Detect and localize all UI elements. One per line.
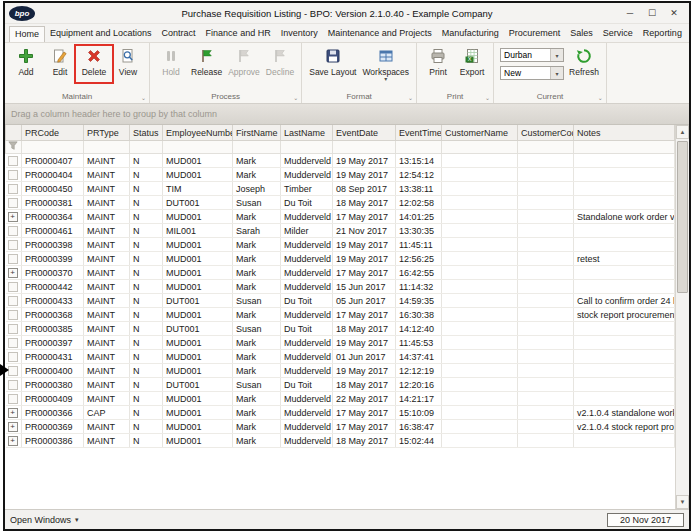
tab-reporting[interactable]: Reporting — [638, 26, 687, 42]
expand-icon[interactable] — [8, 212, 18, 222]
cell-customer-code[interactable] — [518, 294, 574, 308]
expand-icon[interactable] — [8, 254, 18, 264]
cell-prcode[interactable]: PR0000364 — [22, 210, 84, 224]
cell-prtype[interactable]: MAINT — [84, 210, 130, 224]
cell-prcode[interactable]: PR0000442 — [22, 280, 84, 294]
column-header-eventdate[interactable]: EventDate — [333, 125, 396, 141]
cell-notes[interactable] — [574, 364, 675, 378]
row-indicator-cell[interactable] — [6, 336, 22, 350]
cell-notes[interactable] — [574, 224, 675, 238]
cell-customer-name[interactable] — [442, 322, 518, 336]
cell-event-date[interactable]: 17 May 2017 — [333, 420, 396, 434]
cell-customer-code[interactable] — [518, 238, 574, 252]
cell-status[interactable]: N — [130, 168, 163, 182]
cell-status[interactable]: N — [130, 350, 163, 364]
table-row[interactable]: PR0000442 MAINT N MUD001 Mark Mudderveld… — [6, 280, 675, 294]
cell-last-name[interactable]: Mudderveld — [281, 154, 333, 168]
cell-prcode[interactable]: PR0000368 — [22, 308, 84, 322]
cell-first-name[interactable]: Susan — [233, 378, 281, 392]
cell-notes[interactable]: Standalone work order v2.1.0.4 — [574, 210, 675, 224]
table-row[interactable]: PR0000398 MAINT N MUD001 Mark Mudderveld… — [6, 238, 675, 252]
cell-prtype[interactable]: MAINT — [84, 182, 130, 196]
cell-notes[interactable]: v2.1.0.4 standalone work order — [574, 406, 675, 420]
cell-prcode[interactable]: PR0000399 — [22, 252, 84, 266]
cell-event-time[interactable]: 14:12:40 — [396, 322, 442, 336]
cell-event-date[interactable]: 19 May 2017 — [333, 238, 396, 252]
cell-prtype[interactable]: MAINT — [84, 224, 130, 238]
tab-home[interactable]: Home — [9, 26, 45, 43]
cell-first-name[interactable]: Mark — [233, 154, 281, 168]
group-collapse-icon[interactable]: ⌄ — [293, 93, 298, 103]
cell-last-name[interactable]: Mudderveld — [281, 266, 333, 280]
cell-first-name[interactable]: Mark — [233, 238, 281, 252]
cell-event-date[interactable]: 18 May 2017 — [333, 322, 396, 336]
decline-button[interactable]: Decline — [263, 45, 297, 77]
cell-customer-name[interactable] — [442, 238, 518, 252]
tab-inventory[interactable]: Inventory — [276, 26, 323, 42]
cell-prcode[interactable]: PR0000386 — [22, 434, 84, 448]
row-indicator-cell[interactable] — [6, 266, 22, 280]
column-header-firstname[interactable]: FirstName — [233, 125, 281, 141]
approve-button[interactable]: Approve — [225, 45, 263, 77]
table-row[interactable]: PR0000381 MAINT N DUT001 Susan Du Toit 1… — [6, 196, 675, 210]
view-button[interactable]: View — [111, 45, 145, 77]
column-header-notes[interactable]: Notes — [574, 125, 675, 141]
cell-employee-number[interactable]: MUD001 — [163, 210, 233, 224]
filter-cell[interactable] — [130, 141, 163, 154]
tab-equipment-and-locations[interactable]: Equipment and Locations — [45, 26, 157, 42]
scrollbar-thumb[interactable] — [677, 141, 688, 293]
cell-employee-number[interactable]: MUD001 — [163, 434, 233, 448]
cell-event-time[interactable]: 16:42:55 — [396, 266, 442, 280]
cell-prcode[interactable]: PR0000366 — [22, 406, 84, 420]
cell-status[interactable]: N — [130, 294, 163, 308]
cell-first-name[interactable]: Mark — [233, 364, 281, 378]
cell-prtype[interactable]: MAINT — [84, 420, 130, 434]
cell-last-name[interactable]: Mudderveld — [281, 168, 333, 182]
row-indicator-cell[interactable] — [6, 168, 22, 182]
cell-first-name[interactable]: Mark — [233, 210, 281, 224]
cell-notes[interactable] — [574, 280, 675, 294]
cell-status[interactable]: N — [130, 224, 163, 238]
column-header-lastname[interactable]: LastName — [281, 125, 333, 141]
cell-prcode[interactable]: PR0000431 — [22, 350, 84, 364]
cell-prcode[interactable]: PR0000385 — [22, 322, 84, 336]
cell-employee-number[interactable]: DUT001 — [163, 378, 233, 392]
cell-first-name[interactable]: Mark — [233, 336, 281, 350]
cell-event-date[interactable]: 19 May 2017 — [333, 168, 396, 182]
cell-last-name[interactable]: Du Toit — [281, 294, 333, 308]
cell-event-time[interactable]: 14:59:35 — [396, 294, 442, 308]
cell-notes[interactable] — [574, 168, 675, 182]
cell-prcode[interactable]: PR0000398 — [22, 238, 84, 252]
cell-first-name[interactable]: Mark — [233, 280, 281, 294]
workspaces-button[interactable]: Workspaces ▾ — [359, 45, 412, 82]
cell-notes[interactable] — [574, 238, 675, 252]
cell-event-date[interactable]: 17 May 2017 — [333, 266, 396, 280]
cell-employee-number[interactable]: MUD001 — [163, 350, 233, 364]
group-collapse-icon[interactable]: ⌄ — [485, 93, 490, 103]
cell-status[interactable]: N — [130, 378, 163, 392]
cell-prcode[interactable]: PR0000404 — [22, 168, 84, 182]
cell-first-name[interactable]: Mark — [233, 420, 281, 434]
cell-event-time[interactable]: 14:37:41 — [396, 350, 442, 364]
cell-event-time[interactable]: 12:56:25 — [396, 252, 442, 266]
cell-customer-name[interactable] — [442, 252, 518, 266]
row-indicator-cell[interactable] — [6, 392, 22, 406]
cell-status[interactable]: N — [130, 280, 163, 294]
cell-notes[interactable] — [574, 182, 675, 196]
cell-employee-number[interactable]: MUD001 — [163, 406, 233, 420]
cell-customer-name[interactable] — [442, 392, 518, 406]
cell-event-date[interactable]: 19 May 2017 — [333, 336, 396, 350]
cell-last-name[interactable]: Timber — [281, 182, 333, 196]
cell-notes[interactable]: Call to confirm order 24 hours before ex — [574, 294, 675, 308]
column-header-prcode[interactable]: PRCode — [22, 125, 84, 141]
cell-notes[interactable] — [574, 322, 675, 336]
cell-employee-number[interactable]: DUT001 — [163, 196, 233, 210]
cell-status[interactable]: N — [130, 210, 163, 224]
cell-employee-number[interactable]: DUT001 — [163, 294, 233, 308]
cell-customer-code[interactable] — [518, 434, 574, 448]
cell-event-date[interactable]: 08 Sep 2017 — [333, 182, 396, 196]
cell-customer-name[interactable] — [442, 196, 518, 210]
cell-customer-code[interactable] — [518, 224, 574, 238]
cell-status[interactable]: N — [130, 154, 163, 168]
cell-prcode[interactable]: PR0000397 — [22, 336, 84, 350]
